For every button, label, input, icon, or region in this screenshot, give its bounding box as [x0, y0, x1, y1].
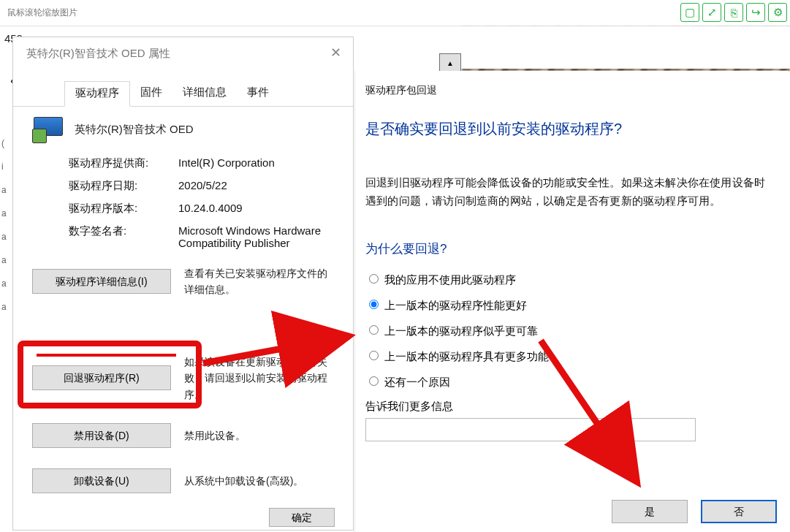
close-icon[interactable]: ✕ [330, 45, 341, 61]
tab-events[interactable]: 事件 [237, 81, 279, 107]
sound-device-icon [32, 117, 63, 142]
image-viewer-topbar: 鼠标滚轮缩放图片 ▢ ⤢ ⎘ ↪ ⚙ [0, 0, 790, 26]
uninstall-button[interactable]: 卸载设备(U) [32, 468, 171, 493]
label-date: 驱动程序日期: [69, 179, 178, 193]
spinner-up-button[interactable]: ▲ [439, 53, 461, 73]
device-header: 英特尔(R)智音技术 OED [32, 117, 334, 142]
tab-firmware[interactable]: 固件 [130, 81, 172, 107]
rollback-reason-radios: 我的应用不使用此驱动程序 上一版本的驱动程序性能更好 上一版本的驱动程序似乎更可… [365, 272, 778, 390]
viewer-btn-save-icon[interactable]: ⎘ [724, 3, 743, 22]
viewer-btn-fit-icon[interactable]: ⤢ [702, 3, 721, 22]
radio-reason-2[interactable]: 上一版本的驱动程序性能更好 [365, 297, 778, 313]
driver-tab-body: 英特尔(R)智音技术 OED 驱动程序提供商: Intel(R) Corpora… [13, 107, 353, 524]
radio-reason-3[interactable]: 上一版本的驱动程序似乎更可靠 [365, 323, 778, 338]
ok-button[interactable]: 确定 [269, 508, 335, 527]
label-provider: 驱动程序提供商: [69, 156, 178, 170]
viewer-btn-settings-icon[interactable]: ⚙ [768, 3, 787, 22]
device-properties-dialog: 英特尔(R)智音技术 OED 属性 ✕ 常规 驱动程序 固件 详细信息 事件 英… [12, 37, 354, 531]
driver-details-desc: 查看有关已安装驱动程序文件的详细信息。 [184, 265, 334, 298]
radio-reason-4[interactable]: 上一版本的驱动程序具有更多功能 [365, 349, 778, 364]
radio-reason-5[interactable]: 还有一个原因 [365, 374, 778, 390]
image-viewer-title: 鼠标滚轮缩放图片 [0, 0, 790, 26]
label-version: 驱动程序版本: [69, 202, 178, 216]
more-info-label: 告诉我们更多信息 [365, 400, 778, 414]
yes-button[interactable]: 是 [612, 500, 688, 523]
viewer-btn-share-icon[interactable]: ↪ [746, 3, 765, 22]
more-info-input[interactable] [365, 418, 696, 441]
value-provider: Intel(R) Corporation [178, 156, 334, 170]
row-disable: 禁用设备(D) 禁用此设备。 [32, 423, 334, 448]
disable-desc: 禁用此设备。 [184, 428, 334, 444]
row-details: 驱动程序详细信息(I) 查看有关已安装驱动程序文件的详细信息。 [32, 265, 334, 298]
left-gutter-text: ( i a a a a a a [1, 132, 7, 319]
viewer-btn-fullscreen-icon[interactable]: ▢ [680, 3, 699, 22]
value-signer: Microsoft Windows Hardware Compatibility… [178, 224, 334, 249]
label-signer: 数字签名者: [69, 224, 178, 249]
value-date: 2020/5/22 [178, 179, 334, 193]
device-name: 英特尔(R)智音技术 OED [75, 123, 194, 137]
image-viewer-toolbar: ▢ ⤢ ⎘ ↪ ⚙ [680, 3, 787, 22]
rollback-button[interactable]: 回退驱动程序(R) [32, 365, 171, 390]
rollback-subheading: 为什么要回退? [365, 240, 778, 257]
driver-details-button[interactable]: 驱动程序详细信息(I) [32, 269, 171, 294]
uninstall-desc: 从系统中卸载设备(高级)。 [184, 473, 334, 489]
rollback-desc: 如果该设备在更新驱动程序时失败，请回退到以前安装的驱动程序。 [184, 354, 334, 403]
properties-tabs: 常规 驱动程序 固件 详细信息 事件 [13, 80, 353, 107]
rollback-dialog-buttons: 是 否 [612, 500, 777, 523]
dialog-title: 英特尔(R)智音技术 OED 属性 [13, 37, 353, 70]
tab-details[interactable]: 详细信息 [172, 81, 237, 107]
rollback-dialog: 驱动程序包回退 是否确实要回退到以前安装的驱动程序? 回退到旧驱动程序可能会降低… [354, 71, 789, 532]
rollback-dialog-title: 驱动程序包回退 [355, 71, 789, 112]
value-version: 10.24.0.4009 [178, 202, 334, 216]
no-button[interactable]: 否 [701, 500, 777, 523]
row-rollback: 回退驱动程序(R) 如果该设备在更新驱动程序时失败，请回退到以前安装的驱动程序。 [32, 354, 334, 403]
row-uninstall: 卸载设备(U) 从系统中卸载设备(高级)。 [32, 468, 334, 493]
rollback-paragraph: 回退到旧驱动程序可能会降低设备的功能或安全性。如果这未解决你在使用设备时遇到的问… [365, 174, 775, 211]
tab-driver[interactable]: 驱动程序 [64, 81, 130, 107]
rollback-heading: 是否确实要回退到以前安装的驱动程序? [365, 119, 778, 139]
driver-info-table: 驱动程序提供商: Intel(R) Corporation 驱动程序日期: 20… [69, 156, 334, 249]
radio-reason-1[interactable]: 我的应用不使用此驱动程序 [365, 272, 778, 287]
disable-button[interactable]: 禁用设备(D) [32, 423, 171, 448]
